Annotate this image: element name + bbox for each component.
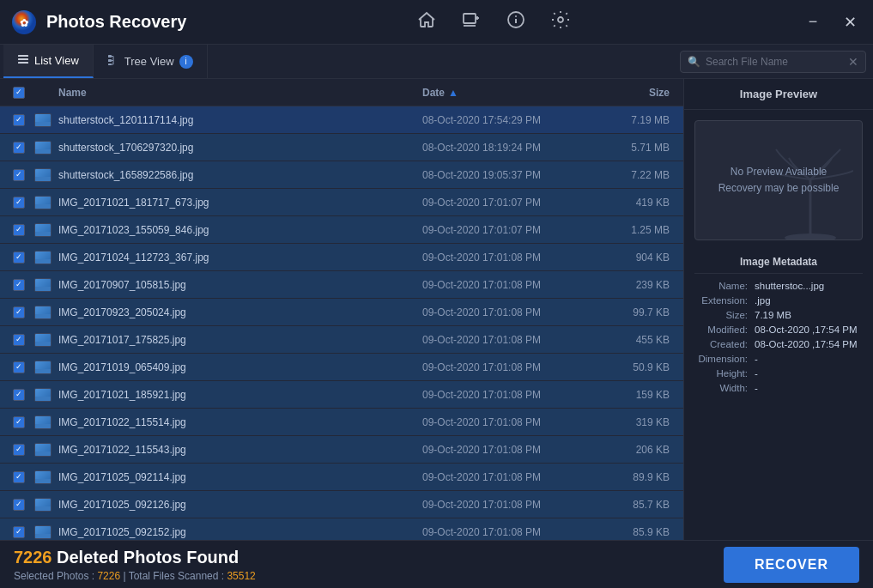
table-row[interactable]: shutterstock_1201117114.jpg 08-Oct-2020 … [0,106,683,134]
search-clear-icon[interactable]: ✕ [848,55,858,69]
file-date: 08-Oct-2020 17:54:29 PM [422,114,594,126]
meta-value: - [755,354,863,364]
file-date: 09-Oct-2020 17:01:08 PM [422,526,594,538]
file-size: 7.19 MB [594,114,680,126]
file-name: IMG_20170923_205024.jpg [58,306,422,318]
row-checkbox[interactable] [3,444,34,456]
file-name: shutterstock_1201117114.jpg [58,114,422,126]
file-checkbox[interactable] [13,114,25,126]
meta-value: - [755,368,863,379]
file-name: IMG_20171024_112723_367.jpg [58,252,422,264]
file-checkbox[interactable] [13,361,25,373]
metadata-section: Image Metadata Name: shutterstoc...jpg E… [684,251,873,397]
table-row[interactable]: IMG_20171022_115543.jpg 09-Oct-2020 17:0… [0,436,683,464]
search-input[interactable] [706,56,843,68]
close-button[interactable]: ✕ [839,10,863,34]
table-row[interactable]: shutterstock_1658922586.jpg 08-Oct-2020 … [0,161,683,189]
table-row[interactable]: IMG_20171025_092126.jpg 09-Oct-2020 17:0… [0,491,683,518]
select-all-checkbox[interactable] [3,87,34,99]
row-checkbox[interactable] [3,224,34,236]
row-checkbox[interactable] [3,252,34,264]
file-checkbox[interactable] [13,389,25,401]
date-column-header[interactable]: Date ▲ [422,87,594,99]
header-checkbox[interactable] [13,87,25,99]
table-row[interactable]: IMG_20171021_185921.jpg 09-Oct-2020 17:0… [0,381,683,409]
meta-label: Modified: [694,324,755,335]
file-checkbox[interactable] [13,334,25,346]
file-size: 89.9 KB [594,471,680,483]
table-row[interactable]: IMG_20171024_112723_367.jpg 09-Oct-2020 … [0,244,683,271]
table-row[interactable]: IMG_20171019_065409.jpg 09-Oct-2020 17:0… [0,354,683,381]
table-row[interactable]: IMG_20171023_155059_846.jpg 09-Oct-2020 … [0,216,683,244]
table-row[interactable]: IMG_20171022_115514.jpg 09-Oct-2020 17:0… [0,409,683,436]
list-view-tab[interactable]: List View [3,45,94,78]
view-bar: List View Tree View i 🔍 ✕ [0,45,873,79]
meta-value: - [755,383,863,393]
row-checkbox[interactable] [3,279,34,291]
file-name: shutterstock_1706297320.jpg [58,142,422,154]
file-checkbox[interactable] [13,499,25,511]
file-checkbox[interactable] [13,279,25,291]
row-checkbox[interactable] [3,389,34,401]
meta-label: Name: [694,281,755,291]
file-checkbox[interactable] [13,471,25,483]
svg-point-22 [785,233,836,239]
table-row[interactable]: IMG_20170923_205024.jpg 09-Oct-2020 17:0… [0,299,683,326]
file-checkbox[interactable] [13,142,25,154]
file-checkbox[interactable] [13,169,25,181]
file-size: 1.25 MB [594,224,680,236]
tree-view-icon [107,54,119,69]
row-checkbox[interactable] [3,197,34,209]
metadata-row: Size: 7.19 MB [694,310,863,320]
row-checkbox[interactable] [3,471,34,483]
list-view-icon [17,53,29,68]
row-checkbox[interactable] [3,334,34,346]
recover-button[interactable]: RECOVER [724,547,859,583]
table-row[interactable]: IMG_20171021_181717_673.jpg 09-Oct-2020 … [0,189,683,216]
metadata-rows: Name: shutterstoc...jpg Extension: .jpg … [694,281,863,393]
file-checkbox[interactable] [13,252,25,264]
home-icon[interactable] [416,9,437,35]
table-row[interactable]: IMG_20171025_092114.jpg 09-Oct-2020 17:0… [0,464,683,491]
title-left: ✿ Photos Recovery [10,9,186,36]
settings-icon[interactable] [550,9,571,35]
file-checkbox[interactable] [13,197,25,209]
row-checkbox[interactable] [3,306,34,318]
svg-rect-3 [464,14,476,23]
file-name: shutterstock_1658922586.jpg [58,169,422,181]
file-size: 419 KB [594,197,680,209]
row-checkbox[interactable] [3,526,34,538]
svg-text:✿: ✿ [20,17,28,29]
file-date: 09-Oct-2020 17:01:08 PM [422,334,594,346]
table-row[interactable]: IMG_20170907_105815.jpg 09-Oct-2020 17:0… [0,271,683,299]
file-checkbox[interactable] [13,224,25,236]
info-icon[interactable] [506,9,526,35]
file-size: 319 KB [594,416,680,428]
meta-value: 7.19 MB [755,310,863,320]
file-size: 85.7 KB [594,499,680,511]
row-checkbox[interactable] [3,114,34,126]
minimize-button[interactable]: − [801,10,825,34]
table-row[interactable]: IMG_20171025_092152.jpg 09-Oct-2020 17:0… [0,518,683,540]
file-checkbox[interactable] [13,526,25,538]
file-checkbox[interactable] [13,444,25,456]
file-date: 09-Oct-2020 17:01:08 PM [422,416,594,428]
row-checkbox[interactable] [3,361,34,373]
file-icon [34,141,52,155]
file-size: 159 KB [594,389,680,401]
file-date: 09-Oct-2020 17:01:08 PM [422,279,594,291]
preview-text: No Preview Available Recovery may be pos… [718,164,840,197]
table-row[interactable]: IMG_20171017_175825.jpg 09-Oct-2020 17:0… [0,326,683,354]
file-list: shutterstock_1201117114.jpg 08-Oct-2020 … [0,106,683,540]
row-checkbox[interactable] [3,142,34,154]
list-view-label: List View [34,54,79,67]
tree-view-tab[interactable]: Tree View i [94,45,208,78]
row-checkbox[interactable] [3,416,34,428]
table-row[interactable]: shutterstock_1706297320.jpg 08-Oct-2020 … [0,134,683,161]
meta-value: .jpg [755,295,863,306]
row-checkbox[interactable] [3,169,34,181]
file-checkbox[interactable] [13,306,25,318]
file-checkbox[interactable] [13,416,25,428]
row-checkbox[interactable] [3,499,34,511]
scan-icon[interactable] [461,9,482,35]
